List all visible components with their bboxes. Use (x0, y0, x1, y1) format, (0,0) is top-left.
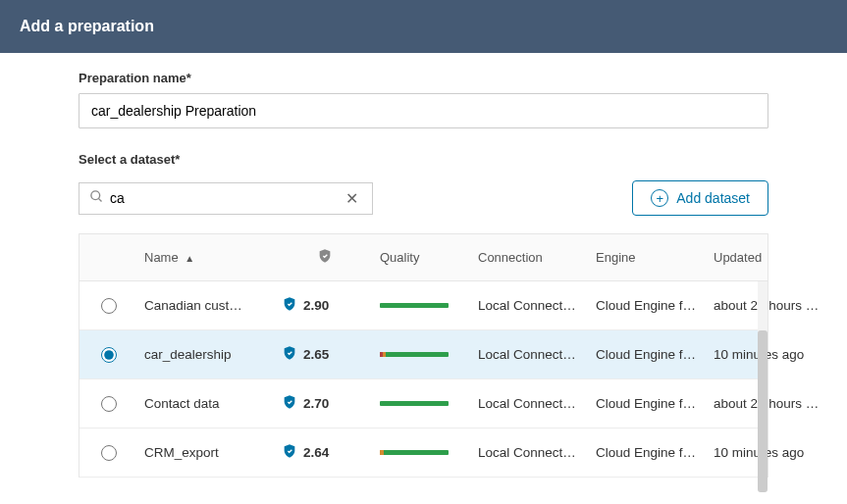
select-dataset-label: Select a dataset* (79, 152, 768, 167)
row-score: 2.65 (276, 345, 374, 364)
shield-icon (317, 248, 333, 267)
row-quality (374, 401, 472, 406)
row-radio-cell (79, 347, 138, 363)
plus-icon: + (651, 189, 668, 207)
modal-title: Add a preparation (20, 18, 154, 34)
row-engine: Cloud Engine f… (590, 445, 708, 460)
row-quality (374, 303, 472, 308)
svg-line-1 (98, 198, 101, 201)
prep-name-input[interactable] (79, 93, 768, 128)
quality-bar (380, 401, 449, 406)
row-score: 2.64 (276, 443, 374, 462)
col-name[interactable]: Name ▲ (138, 250, 276, 265)
prep-name-section: Preparation name* (79, 71, 768, 128)
row-score-value: 2.65 (303, 347, 329, 362)
col-engine[interactable]: Engine (590, 250, 708, 265)
search-icon (89, 189, 104, 207)
row-connection: Local Connect… (472, 396, 590, 411)
add-dataset-label: Add dataset (676, 190, 750, 206)
prep-name-label: Preparation name* (79, 71, 768, 85)
row-score-value: 2.90 (303, 298, 329, 313)
table-row[interactable]: CRM_export2.64Local Connect…Cloud Engine… (79, 428, 768, 478)
select-dataset-section: Select a dataset* (79, 152, 768, 167)
dataset-controls: ✕ + Add dataset (79, 180, 768, 216)
row-connection: Local Connect… (472, 347, 590, 362)
col-quality[interactable]: Quality (374, 250, 472, 265)
row-name: Canadian cust… (138, 298, 276, 313)
col-trust[interactable] (276, 248, 374, 267)
row-name: car_dealership (138, 347, 276, 362)
quality-bar (380, 352, 449, 357)
table-header: Name ▲ Quality Connection Engine Updated (79, 234, 768, 281)
row-radio[interactable] (101, 445, 117, 461)
quality-bar (380, 303, 449, 308)
row-radio-cell (79, 445, 138, 461)
search-wrap: ✕ (79, 182, 373, 215)
clear-icon[interactable]: ✕ (342, 189, 362, 208)
col-connection[interactable]: Connection (472, 250, 590, 265)
svg-point-0 (91, 191, 100, 200)
col-name-label: Name (144, 250, 179, 265)
row-score-value: 2.70 (303, 396, 329, 411)
modal-header: Add a preparation (0, 0, 847, 53)
shield-icon (282, 394, 297, 413)
table-row[interactable]: car_dealership2.65Local Connect…Cloud En… (79, 330, 768, 379)
shield-icon (282, 296, 297, 315)
col-updated[interactable]: Updated (708, 250, 825, 265)
row-score-value: 2.64 (303, 445, 329, 460)
row-radio-cell (79, 298, 138, 314)
row-engine: Cloud Engine f… (590, 347, 708, 362)
shield-icon (282, 443, 297, 462)
sort-asc-icon: ▲ (185, 253, 194, 264)
row-engine: Cloud Engine f… (590, 396, 708, 411)
row-radio[interactable] (101, 298, 117, 314)
modal-content: Preparation name* Select a dataset* ✕ + … (0, 53, 847, 478)
scrollbar-thumb[interactable] (758, 330, 768, 492)
row-radio[interactable] (101, 347, 117, 363)
add-dataset-button[interactable]: + Add dataset (632, 180, 768, 216)
row-connection: Local Connect… (472, 445, 590, 460)
table-body: Canadian cust…2.90Local Connect…Cloud En… (79, 281, 768, 478)
table-row[interactable]: Contact data2.70Local Connect…Cloud Engi… (79, 379, 768, 428)
row-radio-cell (79, 396, 138, 412)
table-row[interactable]: Canadian cust…2.90Local Connect…Cloud En… (79, 281, 768, 330)
row-score: 2.90 (276, 296, 374, 315)
dataset-table: Name ▲ Quality Connection Engine Updated… (79, 233, 768, 478)
shield-icon (282, 345, 297, 364)
row-engine: Cloud Engine f… (590, 298, 708, 313)
row-name: Contact data (138, 396, 276, 411)
quality-bar (380, 450, 449, 455)
row-quality (374, 450, 472, 455)
row-score: 2.70 (276, 394, 374, 413)
row-connection: Local Connect… (472, 298, 590, 313)
search-input[interactable] (110, 190, 342, 206)
row-radio[interactable] (101, 396, 117, 412)
row-name: CRM_export (138, 445, 276, 460)
row-quality (374, 352, 472, 357)
